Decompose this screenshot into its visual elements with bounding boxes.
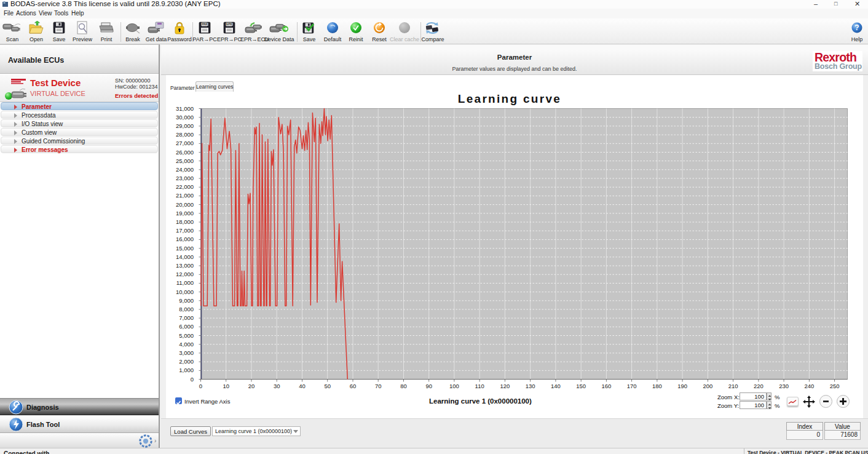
svg-text:50: 50 [324, 383, 331, 389]
svg-text:250: 250 [830, 383, 840, 389]
svg-text:170: 170 [627, 383, 637, 389]
svg-text:24,000: 24,000 [176, 166, 194, 173]
svg-text:29,000: 29,000 [176, 122, 194, 129]
svg-text:23,000: 23,000 [176, 175, 194, 181]
svg-text:230: 230 [779, 383, 789, 389]
svg-text:130: 130 [526, 383, 535, 389]
svg-text:0: 0 [199, 383, 202, 389]
svg-text:40: 40 [299, 383, 306, 389]
svg-text:13,000: 13,000 [176, 262, 194, 269]
svg-text:8,000: 8,000 [179, 306, 194, 313]
svg-text:26,000: 26,000 [176, 149, 194, 156]
svg-text:17,000: 17,000 [176, 227, 194, 234]
svg-text:12,000: 12,000 [176, 271, 194, 277]
svg-text:30: 30 [274, 383, 280, 389]
svg-text:180: 180 [652, 383, 662, 389]
svg-text:120: 120 [500, 383, 510, 389]
svg-text:240: 240 [804, 383, 814, 389]
svg-text:22,000: 22,000 [176, 183, 194, 190]
svg-text:31,000: 31,000 [176, 105, 194, 112]
svg-text:15,000: 15,000 [176, 245, 194, 252]
svg-text:3,000: 3,000 [179, 349, 194, 356]
svg-text:60: 60 [350, 383, 357, 389]
svg-text:80: 80 [400, 383, 407, 389]
svg-text:18,000: 18,000 [176, 218, 194, 225]
svg-text:14,000: 14,000 [176, 253, 194, 260]
svg-text:160: 160 [601, 383, 611, 389]
svg-text:2,000: 2,000 [179, 358, 194, 365]
svg-text:20,000: 20,000 [176, 201, 194, 208]
svg-text:4,000: 4,000 [179, 341, 194, 348]
svg-text:140: 140 [551, 383, 561, 389]
svg-text:220: 220 [754, 383, 763, 389]
svg-text:9,000: 9,000 [179, 297, 194, 304]
svg-text:27,000: 27,000 [176, 140, 194, 146]
svg-text:0: 0 [191, 376, 194, 383]
svg-text:7,000: 7,000 [179, 314, 194, 321]
svg-text:110: 110 [475, 383, 484, 389]
svg-text:150: 150 [576, 383, 586, 389]
svg-text:30,000: 30,000 [176, 114, 194, 121]
svg-text:190: 190 [677, 383, 687, 389]
svg-text:21,000: 21,000 [176, 192, 194, 199]
svg-text:6,000: 6,000 [179, 323, 194, 330]
svg-text:210: 210 [728, 383, 738, 389]
svg-text:10: 10 [223, 383, 229, 389]
svg-text:70: 70 [375, 383, 382, 389]
svg-text:100: 100 [449, 383, 459, 389]
svg-text:200: 200 [703, 383, 712, 389]
svg-text:16,000: 16,000 [176, 236, 194, 242]
svg-text:10,000: 10,000 [176, 289, 194, 295]
svg-text:25,000: 25,000 [176, 157, 194, 164]
svg-text:20: 20 [248, 383, 255, 389]
svg-text:11,000: 11,000 [176, 279, 194, 286]
svg-text:19,000: 19,000 [176, 210, 194, 217]
svg-text:1,000: 1,000 [179, 367, 194, 373]
svg-text:28,000: 28,000 [176, 131, 194, 138]
svg-text:5,000: 5,000 [179, 332, 194, 339]
svg-text:90: 90 [425, 383, 432, 389]
